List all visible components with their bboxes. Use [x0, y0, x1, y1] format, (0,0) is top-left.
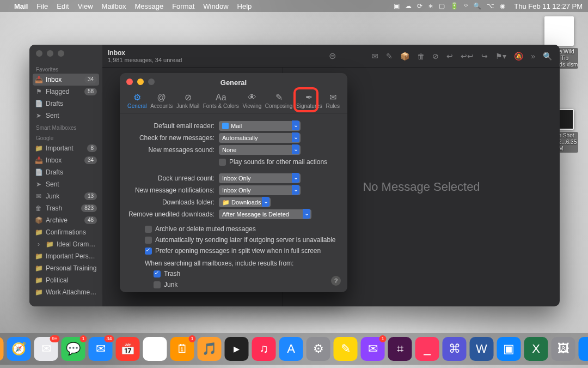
checkbox-search-junk[interactable]: Junk	[154, 279, 340, 290]
dock-app[interactable]: W	[470, 337, 494, 361]
sync-icon[interactable]: ⟳	[417, 2, 422, 10]
sidebar-item-important-personal[interactable]: 📁Important Personal	[29, 250, 102, 262]
sidebar-item-drafts[interactable]: 📄Drafts	[29, 166, 102, 178]
dock-app[interactable]: ▦	[0, 337, 4, 361]
dock-app[interactable]: ⎯	[415, 337, 439, 361]
window-controls[interactable]	[36, 50, 64, 57]
dock-app[interactable]: ♫	[252, 337, 276, 361]
trash-icon[interactable]: 🗑	[417, 52, 425, 61]
search-icon[interactable]: 🔍	[543, 52, 552, 61]
sidebar-item-important[interactable]: 📁Important8	[29, 142, 102, 154]
prefs-tab-accounts[interactable]: @Accounts	[149, 89, 174, 113]
more-icon[interactable]: »	[531, 52, 535, 61]
sidebar-item-junk[interactable]: ✉Junk13	[29, 190, 102, 202]
sidebar-item-personal-training[interactable]: 📁Personal Training	[29, 262, 102, 274]
filter-icon[interactable]: ⊜	[329, 51, 336, 61]
forward-icon[interactable]: ↪	[481, 52, 488, 61]
dock-app[interactable]: ▣	[497, 337, 521, 361]
dock-app[interactable]: ⌗	[388, 337, 412, 361]
sidebar-item-work-attachments[interactable]: 📁Work Attachments	[29, 286, 102, 298]
compose-icon[interactable]: ✎	[386, 52, 393, 61]
dock-app[interactable]: 🖼	[552, 337, 575, 361]
dropdown-dock-unread-count-[interactable]: Inbox Only	[219, 173, 301, 183]
sidebar-item-archive[interactable]: 📦Archive46	[29, 214, 102, 226]
help-button[interactable]: ?	[331, 276, 341, 286]
dock-app[interactable]: ▸	[225, 337, 249, 361]
checkbox-prefer-opening-messages-in-split-view-when-in-full-screen[interactable]: Prefer opening messages in split view wh…	[145, 245, 340, 256]
app-menu[interactable]: Mail	[14, 2, 28, 10]
checkbox-search-trash[interactable]: Trash	[154, 268, 340, 279]
dropdown-default-email-reader-[interactable]: Mail	[219, 121, 301, 131]
prefs-tab-rules[interactable]: ✉Rules	[324, 89, 341, 113]
prefs-tab-signatures[interactable]: ✒Signatures	[295, 89, 323, 113]
checkbox-archive-or-delete-muted-messages[interactable]: Archive or delete muted messages	[145, 224, 340, 234]
sidebar-item-inbox[interactable]: 📥Inbox34	[29, 154, 102, 166]
dock-app[interactable]: A	[279, 337, 303, 361]
count-badge: 8	[87, 144, 97, 152]
count-badge: 823	[81, 204, 97, 212]
dock-app[interactable]: ⌘	[443, 337, 467, 361]
bluetooth-icon[interactable]: ∗	[428, 2, 433, 10]
dock-app[interactable]: ✎	[334, 337, 358, 361]
dock-app[interactable]: 📅	[116, 337, 140, 361]
archive-icon[interactable]: 📦	[400, 52, 409, 61]
mute-icon[interactable]: 🔕	[514, 52, 523, 61]
prefs-tab-fonts-colors[interactable]: AaFonts & Colors	[202, 89, 240, 113]
prefs-tab-general[interactable]: ⚙General	[126, 89, 148, 113]
dock-app[interactable]: 🎵	[198, 337, 222, 361]
dropdown-downloads-folder-[interactable]: 📁 Downloads	[219, 197, 271, 207]
zoom-icon[interactable]: ▣	[394, 2, 400, 10]
wifi-icon[interactable]: ⌔	[464, 2, 468, 10]
sidebar-item-drafts[interactable]: 📄Drafts	[29, 98, 102, 110]
control-center-icon[interactable]: ⌥	[487, 2, 494, 10]
dock-app[interactable]: 💬1	[62, 337, 85, 361]
menu-mailbox[interactable]: Mailbox	[102, 2, 126, 10]
sidebar-item-confirmations[interactable]: 📁Confirmations	[29, 226, 102, 238]
menu-window[interactable]: Window	[203, 2, 228, 10]
dock-app[interactable]: 11	[143, 337, 167, 361]
inbox-icon[interactable]: ✉	[372, 52, 378, 61]
dock-app[interactable]: ✉1	[361, 337, 385, 361]
dropdown-new-messages-sound-[interactable]: None	[219, 145, 301, 155]
menu-view[interactable]: View	[78, 2, 93, 10]
checkbox-search-encrypted-messages[interactable]: Encrypted Messages	[154, 290, 340, 292]
siri-icon[interactable]: ◉	[500, 2, 505, 10]
prefs-tab-junk-mail[interactable]: ⊘Junk Mail	[175, 89, 200, 113]
dock-app[interactable]: ✉9+	[34, 337, 58, 361]
battery-icon[interactable]: 🔋	[450, 2, 458, 10]
sidebar-item-sent[interactable]: ➤Sent	[29, 110, 102, 122]
flag-icon[interactable]: ⚑▾	[495, 52, 506, 61]
sidebar-item-political[interactable]: 📁Political	[29, 274, 102, 286]
reply-all-icon[interactable]: ↩↩	[461, 52, 474, 61]
dropdown-check-for-new-messages-[interactable]: Automatically	[219, 133, 301, 143]
checkbox-play-sounds-for-other-mail-actions[interactable]: Play sounds for other mail actions	[219, 156, 327, 167]
dropdown-remove-unedited-downloads-[interactable]: After Message is Deleted	[219, 209, 311, 219]
dock-app[interactable]: X	[524, 337, 548, 361]
airplay-icon[interactable]: ▢	[439, 2, 445, 10]
menu-clock[interactable]: Thu Feb 11 12:27 PM	[514, 2, 583, 10]
menu-edit[interactable]: Edit	[57, 2, 69, 10]
sidebar-item-sent[interactable]: ➤Sent	[29, 178, 102, 190]
reply-icon[interactable]: ↩	[446, 52, 453, 61]
menu-message[interactable]: Message	[134, 2, 163, 10]
prefs-tab-viewing[interactable]: 👁Viewing	[241, 89, 262, 113]
search-icon[interactable]: 🔍	[473, 2, 481, 10]
folder-icon: ✉	[35, 192, 42, 200]
dropdown-new-message-notifications-[interactable]: Inbox Only	[219, 185, 301, 195]
cloud-icon[interactable]: ☁	[405, 2, 412, 10]
sidebar-item-inbox[interactable]: 📥Inbox34	[33, 74, 99, 86]
dock-app[interactable]: ⚙	[307, 337, 330, 361]
sidebar-item-trash[interactable]: 🗑Trash823	[29, 202, 102, 214]
dock-app[interactable]: 🧭	[7, 337, 31, 361]
menu-file[interactable]: File	[36, 2, 48, 10]
menu-format[interactable]: Format	[172, 2, 194, 10]
sidebar-item-flagged[interactable]: ⚑Flagged58	[29, 86, 102, 98]
dock-app[interactable]: 🗓1	[170, 337, 194, 361]
sidebar-item-ideal-grammar[interactable]: ›📁Ideal Grammar	[29, 238, 102, 250]
dock-app[interactable]: ✉34	[89, 337, 113, 361]
dock-app[interactable]: ↓	[579, 337, 589, 361]
prefs-tab-composing[interactable]: ✎Composing	[264, 89, 294, 113]
menu-help[interactable]: Help	[237, 2, 252, 10]
junk-icon[interactable]: ⊘	[432, 52, 439, 61]
checkbox-automatically-try-sending-later-if-outgoing-server-is-unavailable[interactable]: Automatically try sending later if outgo…	[145, 234, 340, 245]
